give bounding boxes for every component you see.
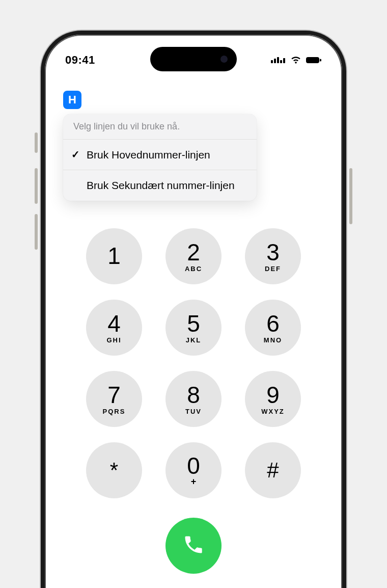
sim-line-badge[interactable]: H [63, 91, 81, 109]
keypad-digit: 5 [187, 312, 200, 335]
keypad-digit: 0 [187, 454, 200, 477]
keypad-letters: JKL [186, 336, 202, 344]
svg-rect-0 [271, 60, 273, 63]
line-selector-popover: Velg linjen du vil bruke nå. Bruk Hovedn… [63, 114, 257, 201]
keypad-key-7[interactable]: 7 PQRS [86, 371, 142, 427]
dynamic-island [150, 47, 237, 71]
wifi-icon [290, 56, 301, 64]
keypad-digit: 7 [107, 383, 121, 407]
svg-rect-6 [320, 59, 321, 62]
keypad-letters: PQRS [103, 408, 126, 415]
keypad-digit: 9 [266, 383, 280, 407]
cellular-signal-icon [271, 55, 286, 66]
sim-line-letter: H [68, 93, 76, 106]
keypad-digit: 6 [266, 312, 280, 335]
keypad-letters: + [191, 476, 197, 487]
keypad-letters: WXYZ [261, 408, 285, 415]
keypad-letters: ABC [185, 265, 202, 273]
phone-icon [182, 533, 205, 558]
keypad-digit: 3 [266, 240, 280, 264]
keypad-key-5[interactable]: 5 JKL [165, 300, 222, 356]
call-button[interactable] [165, 518, 222, 574]
keypad-digit: # [267, 460, 279, 481]
keypad-key-8[interactable]: 8 TUV [165, 371, 222, 427]
keypad-key-0[interactable]: 0 + [165, 442, 222, 498]
keypad-key-3[interactable]: 3 DEF [245, 228, 301, 284]
volume-switch [35, 132, 38, 153]
keypad-grid: 1 2 ABC 3 DEF 4 GHI 5 JKL 6 MNO [45, 228, 342, 498]
svg-rect-5 [306, 57, 319, 63]
keypad-letters: MNO [264, 336, 282, 344]
power-button [349, 168, 352, 224]
keypad-letters: TUV [185, 408, 202, 415]
line-option-secondary[interactable]: Bruk Sekundært nummer-linjen [63, 170, 257, 200]
battery-icon [306, 56, 322, 64]
keypad-key-6[interactable]: 6 MNO [245, 300, 301, 356]
line-option-label: Bruk Sekundært nummer-linjen [87, 179, 235, 191]
keypad-digit: 1 [107, 244, 121, 268]
keypad-letters: DEF [265, 265, 281, 273]
keypad-key-pound[interactable]: # [245, 442, 301, 498]
keypad-key-9[interactable]: 9 WXYZ [245, 371, 301, 427]
svg-rect-3 [280, 60, 282, 63]
svg-rect-2 [277, 57, 279, 63]
phone-app-keypad-screen: H Velg linjen du vil bruke nå. Bruk Hove… [45, 35, 342, 588]
keypad-digit: 4 [107, 312, 121, 335]
line-option-label: Bruk Hovednummer-linjen [87, 149, 210, 161]
keypad-key-4[interactable]: 4 GHI [86, 300, 142, 356]
line-option-primary[interactable]: Bruk Hovednummer-linjen [63, 140, 257, 170]
volume-up-button [35, 168, 38, 204]
svg-rect-1 [274, 59, 276, 63]
keypad-key-star[interactable]: * [86, 442, 142, 498]
keypad-letters: GHI [106, 336, 121, 344]
phone-frame: 09:41 [41, 31, 346, 588]
volume-down-button [35, 214, 38, 250]
status-time: 09:41 [65, 54, 95, 67]
keypad-key-2[interactable]: 2 ABC [165, 228, 222, 284]
svg-rect-4 [283, 58, 285, 63]
keypad-key-1[interactable]: 1 [86, 228, 142, 284]
line-selector-title: Velg linjen du vil bruke nå. [63, 114, 257, 140]
keypad-digit: 8 [187, 383, 200, 407]
keypad-digit: 2 [187, 240, 200, 264]
keypad-digit: * [110, 460, 118, 481]
